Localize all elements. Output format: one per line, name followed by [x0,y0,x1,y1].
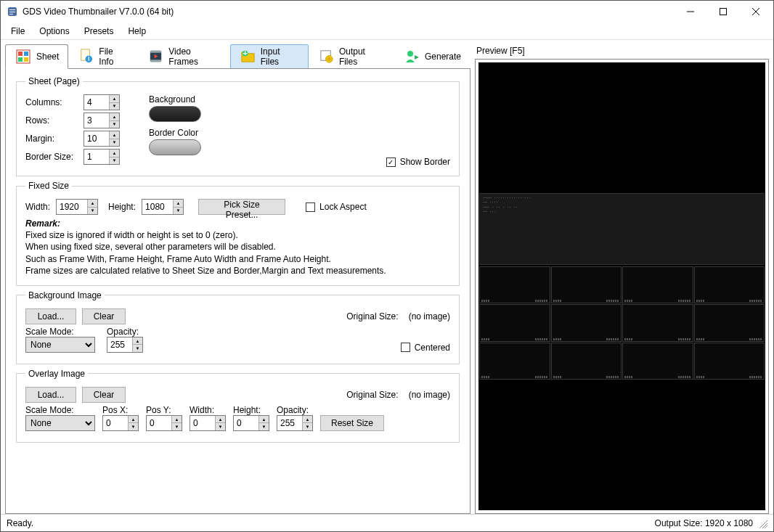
spin-down-icon[interactable]: ▼ [259,423,269,430]
remark-line: Fixed size is ignored if width or height… [25,230,238,240]
preview-cell [479,343,550,380]
tab-videoframes[interactable]: Video Frames [138,44,230,69]
border-color-swatch[interactable] [149,139,201,155]
tab-inputfiles-label: Input Files [261,46,299,67]
spin-down-icon[interactable]: ▼ [174,208,183,215]
bgimg-opacity-spinner[interactable]: ▲▼ [107,337,143,353]
spin-down-icon[interactable]: ▼ [110,121,119,128]
lockaspect-checkbox[interactable]: Lock Aspect [306,202,367,212]
spin-down-icon[interactable]: ▼ [110,103,119,110]
sheet-icon [15,48,32,65]
group-background-image: Background Image Load... Clear Original … [16,290,460,364]
spin-up-icon[interactable]: ▲ [110,150,119,157]
margin-input[interactable] [84,131,109,146]
group-overlay-image: Overlay Image Load... Clear Original Siz… [16,369,460,443]
preview-cell [694,266,765,303]
spin-up-icon[interactable]: ▲ [110,95,119,103]
spin-up-icon[interactable]: ▲ [133,337,142,345]
margin-spinner[interactable]: ▲▼ [83,131,120,147]
ovimg-width-spinner[interactable]: ▲▼ [190,415,226,431]
minimize-button[interactable] [674,1,706,22]
fixed-width-input[interactable] [57,200,87,214]
ovimg-scalemode-select[interactable]: None [25,415,95,431]
preview-grid [478,266,765,380]
ovimg-posx-input[interactable] [103,416,128,430]
app-icon [7,6,18,17]
svg-rect-5 [720,9,726,15]
bordersize-spinner[interactable]: ▲▼ [83,149,120,165]
spin-up-icon[interactable]: ▲ [172,416,182,424]
spin-down-icon[interactable]: ▼ [303,423,312,430]
tab-generate[interactable]: Generate [394,44,470,69]
spin-up-icon[interactable]: ▲ [174,200,183,208]
menu-options[interactable]: Options [32,24,76,38]
tabbar: Sheet i File Info Video Frames + Input F… [5,44,470,69]
ovimg-width-input[interactable] [190,416,215,430]
preview-info-panel: ———— ·················—— ····——— · ·· · … [479,193,765,265]
bgimg-opacity-input[interactable] [107,337,132,352]
ovimg-origsize-value: (no image) [409,390,450,400]
spin-up-icon[interactable]: ▲ [110,131,119,139]
ovimg-clear-button[interactable]: Clear [82,387,126,403]
ovimg-height-input[interactable] [234,416,258,430]
columns-label: Columns: [25,97,78,107]
bgimg-scalemode-select[interactable]: None [25,337,95,353]
outputfiles-icon [318,48,335,65]
spin-down-icon[interactable]: ▼ [216,423,225,430]
bgimg-load-button[interactable]: Load... [25,308,76,324]
ovimg-posy-spinner[interactable]: ▲▼ [146,415,182,431]
spin-down-icon[interactable]: ▼ [110,157,119,165]
resize-grip-icon[interactable] [757,518,767,528]
ovimg-resetsize-button[interactable]: Reset Size [320,415,384,431]
menu-presets[interactable]: Presets [77,24,121,38]
ovimg-posx-label: Pos X: [102,405,139,415]
fixed-height-input[interactable] [142,200,173,214]
spin-down-icon[interactable]: ▼ [129,423,138,430]
ovimg-posx-spinner[interactable]: ▲▼ [102,415,139,431]
spin-up-icon[interactable]: ▲ [110,113,119,121]
spin-down-icon[interactable]: ▼ [133,345,142,352]
background-color-swatch[interactable] [149,106,201,122]
pick-size-preset-button[interactable]: Pick Size Preset... [198,199,285,215]
columns-spinner[interactable]: ▲▼ [83,94,120,110]
menu-file[interactable]: File [4,24,32,38]
tab-fileinfo[interactable]: i File Info [68,44,138,69]
close-button[interactable] [739,1,772,22]
ovimg-opacity-spinner[interactable]: ▲▼ [277,415,313,431]
tab-inputfiles[interactable]: + Input Files [230,44,309,69]
bgimg-centered-checkbox[interactable]: Centered [401,343,450,353]
preview-box: ———— ·················—— ····——— · ·· · … [475,59,769,514]
ovimg-load-button[interactable]: Load... [25,387,76,403]
bordersize-input[interactable] [84,150,109,164]
checkbox-checked-icon: ✓ [386,157,396,167]
checkbox-unchecked-icon [306,202,315,212]
fixed-width-spinner[interactable]: ▲▼ [56,199,98,215]
spin-down-icon[interactable]: ▼ [110,139,119,147]
preview-cell [622,266,693,303]
spin-up-icon[interactable]: ▲ [303,416,312,424]
rows-spinner[interactable]: ▲▼ [83,112,120,128]
maximize-button[interactable] [706,1,739,22]
spin-up-icon[interactable]: ▲ [129,416,138,424]
ovimg-posy-input[interactable] [147,416,171,430]
spin-down-icon[interactable]: ▼ [88,208,97,215]
legend-fixed: Fixed Size [25,181,72,191]
spin-up-icon[interactable]: ▲ [216,416,225,424]
rows-input[interactable] [84,113,109,128]
tab-outputfiles[interactable]: Output Files [309,44,394,69]
remark-head: Remark: [25,218,60,229]
fileinfo-icon: i [78,48,94,65]
group-sheet-page: Sheet (Page) Columns: ▲▼ Rows: ▲▼ Margin… [16,76,460,176]
showborder-checkbox[interactable]: ✓ Show Border [386,157,450,167]
tab-sheet[interactable]: Sheet [5,44,68,69]
ovimg-opacity-input[interactable] [277,416,302,430]
bgimg-clear-button[interactable]: Clear [82,308,126,324]
spin-up-icon[interactable]: ▲ [259,416,269,424]
spin-up-icon[interactable]: ▲ [88,200,97,208]
columns-input[interactable] [84,95,109,110]
fixed-height-spinner[interactable]: ▲▼ [142,199,184,215]
ovimg-height-label: Height: [233,405,269,415]
spin-down-icon[interactable]: ▼ [172,423,182,430]
menu-help[interactable]: Help [121,24,153,38]
ovimg-height-spinner[interactable]: ▲▼ [233,415,269,431]
